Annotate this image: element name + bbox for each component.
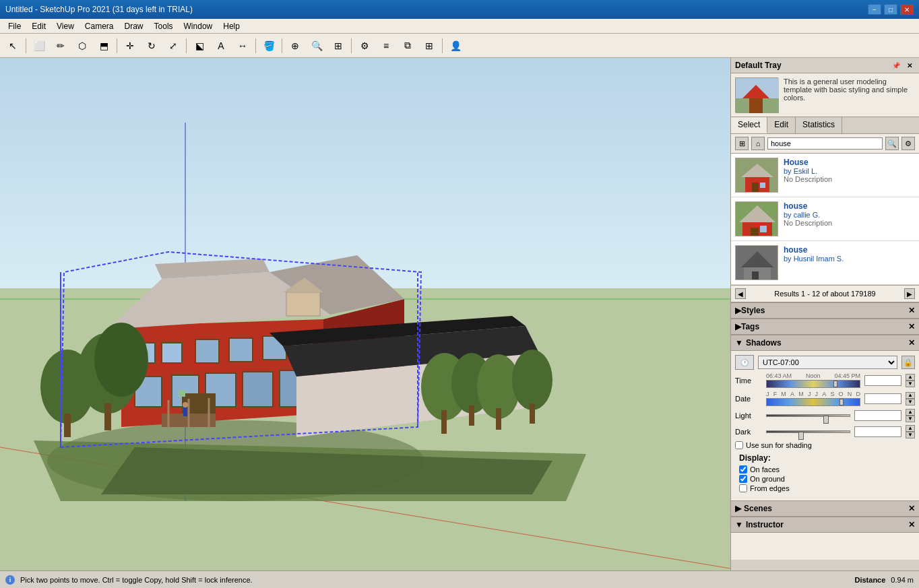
layers-button[interactable]: ⧉: [398, 36, 418, 55]
date-slider-track[interactable]: [766, 398, 860, 406]
orbit-button[interactable]: ⊕: [285, 36, 305, 55]
results-next-button[interactable]: ▶: [904, 288, 915, 299]
scale-tool-button[interactable]: ⤢: [163, 36, 183, 55]
dimension-tool-button[interactable]: ↔: [232, 36, 253, 55]
component-title-2[interactable]: house: [784, 245, 915, 255]
components-button[interactable]: ⊞: [419, 36, 439, 55]
time-slider-track[interactable]: [766, 380, 860, 388]
tab-statistics[interactable]: Statistics: [796, 117, 842, 133]
tags-section-header[interactable]: ▶ Tags ✕: [731, 319, 919, 335]
from-edges-checkbox[interactable]: [739, 484, 747, 492]
time-spin-up[interactable]: ▲: [906, 374, 915, 381]
time-spin-down[interactable]: ▼: [906, 381, 915, 387]
styles-label: Styles: [741, 306, 765, 315]
main-layout: Default Tray 📌 ✕ This is a general user …: [0, 58, 919, 570]
tab-select[interactable]: Select: [731, 117, 767, 133]
search-settings-icon[interactable]: ⚙: [901, 137, 915, 150]
select-tool-button[interactable]: ↖: [3, 36, 23, 55]
date-slider-thumb[interactable]: [839, 399, 844, 405]
timezone-select[interactable]: UTC-07:00: [758, 356, 897, 369]
use-sun-shading-checkbox[interactable]: [735, 441, 743, 449]
move-tool-button[interactable]: ✛: [120, 36, 140, 55]
component-author-0[interactable]: by Eskil L.: [784, 167, 915, 175]
settings-button[interactable]: ⚙: [354, 36, 375, 55]
text-tool-button[interactable]: A: [211, 36, 231, 55]
shadows-label: Shadows: [746, 338, 782, 348]
time-slider-thumb[interactable]: [833, 381, 837, 387]
menu-item-tools[interactable]: Tools: [149, 20, 179, 32]
date-spin-down[interactable]: ▼: [906, 399, 915, 405]
on-faces-checkbox[interactable]: [739, 465, 747, 473]
tray-pin-icon[interactable]: 📌: [891, 60, 901, 71]
tray-close-icon[interactable]: ✕: [904, 60, 915, 71]
component-author-2[interactable]: by Husnil Imam S.: [784, 255, 915, 263]
date-spin-buttons: ▲ ▼: [906, 392, 915, 405]
scenes-close-icon[interactable]: ✕: [908, 504, 915, 513]
shadows-section-header[interactable]: ▼ Shadows ✕: [731, 335, 919, 351]
svg-rect-39: [469, 405, 474, 426]
instructor-close-icon[interactable]: ✕: [908, 520, 915, 529]
use-sun-shading-label: Use sun for shading: [746, 441, 812, 449]
menu-item-help[interactable]: Help: [218, 20, 245, 32]
dark-spin-up[interactable]: ▲: [906, 425, 915, 432]
component-author-1[interactable]: by callie G.: [784, 211, 915, 219]
tags-close-icon[interactable]: ✕: [908, 322, 915, 331]
pencil-tool-button[interactable]: ✏: [51, 36, 71, 55]
menu-item-edit[interactable]: Edit: [26, 20, 51, 32]
time-label: Time: [735, 377, 762, 385]
shape-tool-button[interactable]: ⬡: [72, 36, 92, 55]
dark-slider-thumb[interactable]: [798, 432, 804, 440]
zoom-extents-button[interactable]: ⊞: [328, 36, 348, 55]
component-title-0[interactable]: House: [784, 158, 915, 167]
close-button[interactable]: ✕: [900, 4, 914, 15]
push-pull-button[interactable]: ⬒: [94, 36, 114, 55]
date-spin-up[interactable]: ▲: [906, 392, 915, 399]
minimize-button[interactable]: −: [868, 4, 881, 15]
date-row: Date J F M A M J J A S O N D: [735, 391, 915, 406]
time-value-input[interactable]: 01:30 PM: [864, 375, 901, 386]
dark-spin-down[interactable]: ▼: [906, 432, 915, 438]
dark-value-input[interactable]: 45: [854, 426, 901, 437]
month-j2: J: [808, 391, 811, 397]
tab-edit[interactable]: Edit: [767, 117, 796, 133]
light-spin-up[interactable]: ▲: [906, 409, 915, 416]
light-slider-track[interactable]: [766, 414, 850, 417]
menu-item-camera[interactable]: Camera: [80, 20, 119, 32]
light-slider-thumb[interactable]: [823, 416, 829, 424]
menu-item-file[interactable]: File: [3, 20, 26, 32]
styles-close-icon[interactable]: ✕: [908, 306, 915, 315]
timezone-lock-icon[interactable]: 🔒: [901, 356, 915, 369]
paint-bucket-button[interactable]: 🪣: [259, 36, 279, 55]
dark-label: Dark: [735, 428, 762, 436]
search-grid-icon[interactable]: ⊞: [735, 137, 749, 150]
shadows-close-icon[interactable]: ✕: [908, 338, 915, 348]
account-button[interactable]: 👤: [445, 36, 466, 55]
light-spin-down[interactable]: ▼: [906, 416, 915, 422]
scenes-section-header[interactable]: ▶ Scenes ✕: [731, 500, 919, 517]
search-button[interactable]: 🔍: [885, 137, 899, 150]
viewport[interactable]: [0, 58, 730, 570]
date-value-input[interactable]: 11/08: [864, 393, 901, 404]
maximize-button[interactable]: □: [884, 4, 897, 15]
svg-rect-33: [104, 403, 111, 430]
menu-item-view[interactable]: View: [51, 20, 80, 32]
menu-item-window[interactable]: Window: [179, 20, 218, 32]
eraser-tool-button[interactable]: ⬜: [29, 36, 49, 55]
component-title-1[interactable]: house: [784, 201, 915, 211]
instructor-section-header[interactable]: ▼ Instructor ✕: [731, 517, 919, 533]
date-label: Date: [735, 395, 762, 403]
on-ground-checkbox[interactable]: [739, 475, 747, 483]
section-planes-button[interactable]: ≡: [376, 36, 396, 55]
search-input[interactable]: house: [767, 137, 883, 150]
scenes-label: Scenes: [744, 504, 772, 513]
light-value-input[interactable]: 80: [854, 410, 901, 421]
results-prev-button[interactable]: ◀: [735, 288, 746, 299]
dark-slider-track[interactable]: [766, 430, 850, 433]
styles-arrow-icon: ▶: [735, 306, 741, 315]
menu-item-draw[interactable]: Draw: [119, 20, 149, 32]
offset-tool-button[interactable]: ⬕: [189, 36, 210, 55]
zoom-window-button[interactable]: 🔍: [307, 36, 327, 55]
search-home-icon[interactable]: ⌂: [751, 137, 765, 150]
rotate-tool-button[interactable]: ↻: [141, 36, 162, 55]
styles-section-header[interactable]: ▶ Styles ✕: [731, 302, 919, 319]
